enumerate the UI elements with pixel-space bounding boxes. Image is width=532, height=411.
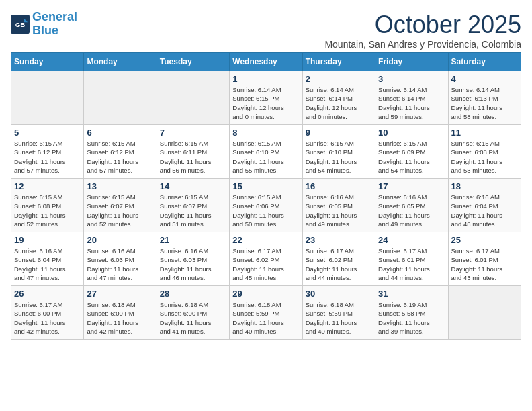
day-info: Sunrise: 6:17 AM Sunset: 6:02 PM Dayligh… <box>306 246 372 282</box>
day-number: 25 <box>451 235 518 245</box>
calendar-cell: 31Sunrise: 6:19 AM Sunset: 5:58 PM Dayli… <box>375 286 448 340</box>
day-number: 24 <box>378 235 445 245</box>
day-number: 21 <box>160 235 226 245</box>
calendar-cell: 8Sunrise: 6:15 AM Sunset: 6:10 PM Daylig… <box>230 125 302 179</box>
day-info: Sunrise: 6:15 AM Sunset: 6:08 PM Dayligh… <box>14 193 81 228</box>
day-info: Sunrise: 6:15 AM Sunset: 6:11 PM Dayligh… <box>160 139 226 175</box>
calendar-cell <box>157 71 229 125</box>
day-info: Sunrise: 6:15 AM Sunset: 6:10 PM Dayligh… <box>306 139 372 175</box>
calendar-cell: 22Sunrise: 6:17 AM Sunset: 6:02 PM Dayli… <box>230 232 302 286</box>
day-number: 17 <box>378 181 445 191</box>
day-info: Sunrise: 6:14 AM Sunset: 6:14 PM Dayligh… <box>378 85 445 121</box>
calendar-cell <box>84 71 157 125</box>
day-info: Sunrise: 6:16 AM Sunset: 6:04 PM Dayligh… <box>14 246 81 282</box>
day-number: 28 <box>160 289 226 299</box>
day-info: Sunrise: 6:14 AM Sunset: 6:14 PM Dayligh… <box>306 85 372 121</box>
calendar-cell: 4Sunrise: 6:14 AM Sunset: 6:13 PM Daylig… <box>448 71 521 125</box>
week-row-5: 26Sunrise: 6:17 AM Sunset: 6:00 PM Dayli… <box>11 286 521 340</box>
day-info: Sunrise: 6:15 AM Sunset: 6:09 PM Dayligh… <box>378 139 445 175</box>
calendar-cell: 24Sunrise: 6:17 AM Sunset: 6:01 PM Dayli… <box>375 232 448 286</box>
column-header-wednesday: Wednesday <box>230 53 302 71</box>
day-info: Sunrise: 6:15 AM Sunset: 6:07 PM Dayligh… <box>87 193 153 228</box>
calendar-cell: 7Sunrise: 6:15 AM Sunset: 6:11 PM Daylig… <box>157 125 229 179</box>
location: Mountain, San Andres y Providencia, Colo… <box>324 39 521 50</box>
calendar-cell: 13Sunrise: 6:15 AM Sunset: 6:07 PM Dayli… <box>84 179 157 232</box>
day-number: 20 <box>87 235 153 245</box>
column-header-saturday: Saturday <box>448 53 521 71</box>
column-header-thursday: Thursday <box>302 53 375 71</box>
calendar-cell: 6Sunrise: 6:15 AM Sunset: 6:12 PM Daylig… <box>84 125 157 179</box>
day-info: Sunrise: 6:17 AM Sunset: 6:01 PM Dayligh… <box>378 246 445 282</box>
calendar-cell <box>11 71 84 125</box>
calendar-cell: 27Sunrise: 6:18 AM Sunset: 6:00 PM Dayli… <box>84 286 157 340</box>
month-title: October 2025 <box>324 11 521 39</box>
calendar-cell: 1Sunrise: 6:14 AM Sunset: 6:15 PM Daylig… <box>230 71 302 125</box>
logo: GB General Blue <box>11 11 77 38</box>
page-header: GB General Blue October 2025 Mountain, S… <box>11 11 521 50</box>
day-number: 11 <box>451 128 518 138</box>
calendar-cell: 28Sunrise: 6:18 AM Sunset: 6:00 PM Dayli… <box>157 286 229 340</box>
day-info: Sunrise: 6:18 AM Sunset: 5:59 PM Dayligh… <box>306 300 372 336</box>
day-number: 6 <box>87 128 153 138</box>
calendar-cell: 19Sunrise: 6:16 AM Sunset: 6:04 PM Dayli… <box>11 232 84 286</box>
calendar-cell: 25Sunrise: 6:17 AM Sunset: 6:01 PM Dayli… <box>448 232 521 286</box>
day-info: Sunrise: 6:18 AM Sunset: 6:00 PM Dayligh… <box>160 300 226 336</box>
day-info: Sunrise: 6:15 AM Sunset: 6:07 PM Dayligh… <box>160 193 226 228</box>
calendar-cell: 14Sunrise: 6:15 AM Sunset: 6:07 PM Dayli… <box>157 179 229 232</box>
day-info: Sunrise: 6:15 AM Sunset: 6:10 PM Dayligh… <box>232 139 299 175</box>
day-number: 2 <box>306 74 372 84</box>
calendar-cell: 23Sunrise: 6:17 AM Sunset: 6:02 PM Dayli… <box>302 232 375 286</box>
column-header-sunday: Sunday <box>11 53 84 71</box>
calendar-cell: 10Sunrise: 6:15 AM Sunset: 6:09 PM Dayli… <box>375 125 448 179</box>
calendar-cell: 16Sunrise: 6:16 AM Sunset: 6:05 PM Dayli… <box>302 179 375 232</box>
day-info: Sunrise: 6:14 AM Sunset: 6:15 PM Dayligh… <box>232 85 299 121</box>
day-number: 9 <box>306 128 372 138</box>
day-info: Sunrise: 6:16 AM Sunset: 6:03 PM Dayligh… <box>87 246 153 282</box>
calendar-cell: 15Sunrise: 6:15 AM Sunset: 6:06 PM Dayli… <box>230 179 302 232</box>
day-info: Sunrise: 6:17 AM Sunset: 6:00 PM Dayligh… <box>14 300 81 336</box>
day-info: Sunrise: 6:16 AM Sunset: 6:03 PM Dayligh… <box>160 246 226 282</box>
day-info: Sunrise: 6:16 AM Sunset: 6:04 PM Dayligh… <box>451 193 518 228</box>
calendar-cell: 17Sunrise: 6:16 AM Sunset: 6:05 PM Dayli… <box>375 179 448 232</box>
day-number: 8 <box>232 128 299 138</box>
day-info: Sunrise: 6:17 AM Sunset: 6:01 PM Dayligh… <box>451 246 518 282</box>
day-number: 30 <box>306 289 372 299</box>
day-info: Sunrise: 6:15 AM Sunset: 6:08 PM Dayligh… <box>451 139 518 175</box>
calendar-cell: 20Sunrise: 6:16 AM Sunset: 6:03 PM Dayli… <box>84 232 157 286</box>
day-number: 13 <box>87 181 153 191</box>
calendar-cell: 26Sunrise: 6:17 AM Sunset: 6:00 PM Dayli… <box>11 286 84 340</box>
column-header-friday: Friday <box>375 53 448 71</box>
day-info: Sunrise: 6:18 AM Sunset: 6:00 PM Dayligh… <box>87 300 153 336</box>
day-info: Sunrise: 6:16 AM Sunset: 6:05 PM Dayligh… <box>378 193 445 228</box>
calendar-cell: 11Sunrise: 6:15 AM Sunset: 6:08 PM Dayli… <box>448 125 521 179</box>
calendar-cell: 12Sunrise: 6:15 AM Sunset: 6:08 PM Dayli… <box>11 179 84 232</box>
calendar-cell: 30Sunrise: 6:18 AM Sunset: 5:59 PM Dayli… <box>302 286 375 340</box>
logo-icon: GB <box>11 15 30 34</box>
day-number: 12 <box>14 181 81 191</box>
day-info: Sunrise: 6:15 AM Sunset: 6:12 PM Dayligh… <box>14 139 81 175</box>
svg-text:GB: GB <box>15 21 26 28</box>
day-number: 3 <box>378 74 445 84</box>
day-number: 4 <box>451 74 518 84</box>
day-info: Sunrise: 6:17 AM Sunset: 6:02 PM Dayligh… <box>232 246 299 282</box>
day-info: Sunrise: 6:15 AM Sunset: 6:12 PM Dayligh… <box>87 139 153 175</box>
calendar-cell: 5Sunrise: 6:15 AM Sunset: 6:12 PM Daylig… <box>11 125 84 179</box>
week-row-4: 19Sunrise: 6:16 AM Sunset: 6:04 PM Dayli… <box>11 232 521 286</box>
calendar-header-row: SundayMondayTuesdayWednesdayThursdayFrid… <box>11 53 521 71</box>
calendar-cell: 18Sunrise: 6:16 AM Sunset: 6:04 PM Dayli… <box>448 179 521 232</box>
calendar-cell: 21Sunrise: 6:16 AM Sunset: 6:03 PM Dayli… <box>157 232 229 286</box>
day-number: 16 <box>306 181 372 191</box>
day-number: 27 <box>87 289 153 299</box>
day-number: 15 <box>232 181 299 191</box>
day-number: 1 <box>232 74 299 84</box>
column-header-tuesday: Tuesday <box>157 53 229 71</box>
calendar-cell: 29Sunrise: 6:18 AM Sunset: 5:59 PM Dayli… <box>230 286 302 340</box>
day-info: Sunrise: 6:14 AM Sunset: 6:13 PM Dayligh… <box>451 85 518 121</box>
day-number: 29 <box>232 289 299 299</box>
day-number: 10 <box>378 128 445 138</box>
day-info: Sunrise: 6:15 AM Sunset: 6:06 PM Dayligh… <box>232 193 299 228</box>
calendar-cell <box>448 286 521 340</box>
day-number: 5 <box>14 128 81 138</box>
day-number: 19 <box>14 235 81 245</box>
day-info: Sunrise: 6:18 AM Sunset: 5:59 PM Dayligh… <box>232 300 299 336</box>
